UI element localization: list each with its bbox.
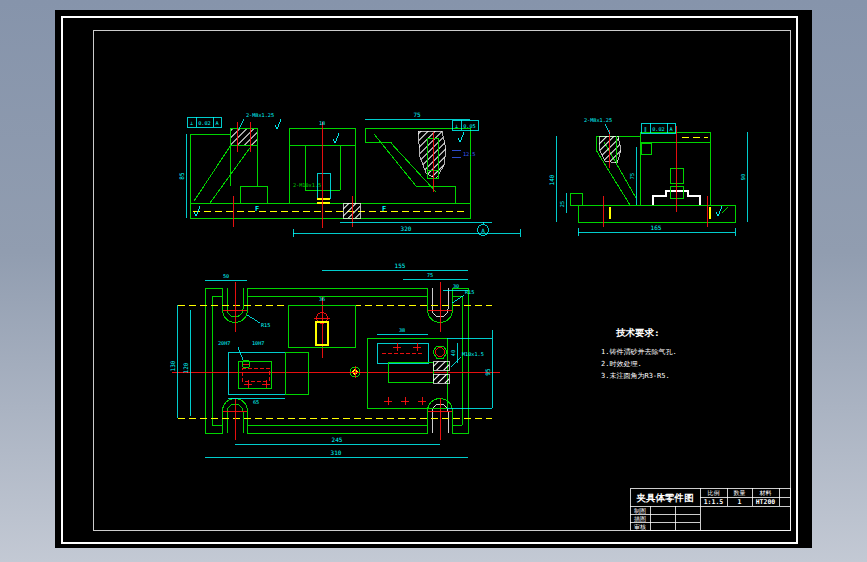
dim-total: 165: [651, 224, 662, 231]
radius-callout-right: R15: [465, 289, 474, 295]
hole-callout-left: 20H7: [218, 340, 231, 346]
sheet-border-frames: [62, 17, 797, 543]
row-checked-label: 审核: [634, 523, 646, 530]
datum-f-right: F: [382, 205, 386, 213]
radius-callout-left: R15: [261, 322, 270, 328]
dim-top3: 30: [453, 283, 459, 289]
tech-req-item-2: 2.时效处理.: [601, 360, 642, 368]
dim-top-left: 50: [223, 273, 229, 279]
dim-bottom-inner: 245: [332, 436, 343, 443]
dim-height: 140: [548, 174, 555, 185]
dim-top: 155: [395, 262, 406, 269]
technical-requirements: 技术要求: 1.铸件清砂并去除气孔. 2.时效处理. 3.未注圆角为R3-R5.: [601, 327, 677, 380]
title-block: 夹具体零件图 比例 数量 材料 1:1.5 1 HT200 制图 描图 审核: [630, 488, 790, 530]
hole-callout-left2: 10H7: [252, 340, 265, 346]
cad-drawing-canvas[interactable]: ⊥ 0.02 A ⊥ 0.05 2-M8x1.25 2-M10x1.5 75 1…: [0, 0, 867, 562]
tech-req-title: 技术要求:: [615, 327, 660, 338]
tol-value: 0.02: [652, 126, 665, 132]
dim-assembly: 38: [399, 327, 405, 333]
thread-callout: 2-M8x1.25: [584, 117, 612, 123]
tol-value: 0.05: [463, 123, 476, 129]
tol-value: 0.02: [198, 120, 211, 126]
dim-height: 85: [178, 172, 185, 180]
tol-datum: A: [669, 126, 673, 132]
datum-ref-label: A: [481, 227, 485, 234]
datum-target-symbol: A: [340, 222, 492, 236]
thread-callout-mid: 2-M10x1.5: [293, 182, 321, 188]
dim-right: 95: [484, 368, 491, 376]
tech-req-item-1: 1.铸件清砂并去除气孔.: [601, 348, 677, 356]
tol-datum: A: [215, 120, 219, 126]
dim-left-outer: 130: [169, 360, 176, 371]
row-traced-label: 描图: [634, 515, 646, 523]
tol-symbol: ⊥: [455, 123, 458, 129]
material-value: HT200: [756, 498, 776, 506]
drawing-title: 夹具体零件图: [637, 492, 694, 503]
thread-callout-plan: M10x1.5: [462, 351, 484, 357]
dim-left-inner: 120: [182, 362, 189, 373]
tol-symbol: ∥: [644, 126, 647, 133]
dim-block: 36: [319, 296, 325, 302]
dim-total-width: 320: [401, 225, 412, 232]
dim-bottom-outer: 310: [331, 449, 342, 456]
dim-right: 90: [740, 174, 746, 180]
dim-top2: 75: [427, 272, 433, 278]
datum-f-left: F: [255, 205, 259, 213]
col-qty-label: 数量: [734, 489, 746, 496]
col-material-label: 材料: [759, 489, 772, 497]
dim-step: 25: [559, 201, 565, 207]
tol-symbol: ⊥: [190, 120, 193, 126]
qty-value: 1: [738, 498, 742, 506]
surface-finish-icon: [716, 206, 722, 216]
row-drawn-label: 制图: [634, 507, 646, 515]
dim-left-sub: 65: [253, 399, 259, 405]
scale-value: 1:1.5: [704, 498, 724, 506]
dim-width-top: 75: [413, 111, 421, 118]
drawing-svg: ⊥ 0.02 A ⊥ 0.05 2-M8x1.25 2-M10x1.5 75 1…: [0, 0, 867, 562]
thread-callout: 2-M8x1.25: [246, 112, 274, 118]
tech-req-item-3: 3.未注圆角为R3-R5.: [601, 371, 670, 380]
tolerance-frame-perpendicularity-002: ⊥ 0.02 A: [187, 117, 221, 127]
dim-slot: 18: [319, 120, 325, 126]
dim-assembly-side: 40: [450, 350, 456, 356]
plan-view: 36 65 20H7 10H7: [169, 262, 500, 457]
col-scale-label: 比例: [708, 489, 720, 497]
front-section-view: ⊥ 0.02 A ⊥ 0.05 2-M8x1.25 2-M10x1.5 75 1…: [178, 111, 520, 237]
side-section-view: ∥ 0.02 A 2-M8x1.25 165 140 25 75 90: [548, 117, 747, 236]
surface-roughness-note: 12.5: [463, 151, 476, 157]
dim-mid: 75: [629, 173, 635, 179]
